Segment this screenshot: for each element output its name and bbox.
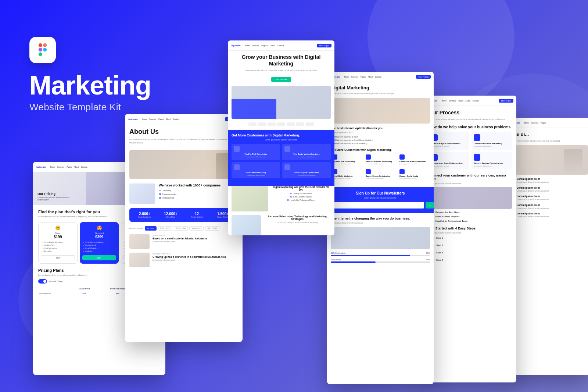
hero-nav: logipsum Home Services Pages V About Con… <box>228 40 334 51</box>
about-nav-home: Home <box>142 118 147 120</box>
partner-logo-7 <box>306 122 314 126</box>
progress-item-2: Social Media 45% <box>331 259 430 263</box>
best-item-3: 03 We have expertise in Email Marketing <box>331 142 430 145</box>
hero-service-icon-3 <box>234 164 240 170</box>
partner-logo-3 <box>268 122 276 126</box>
stat-item-customers: 2.000+ Trust Customer <box>133 212 156 218</box>
table-header-feature <box>38 286 69 291</box>
progress-label-text-2: Social Media <box>331 259 341 261</box>
process-num-item-3: 03 Handled by Professional Team <box>429 220 512 222</box>
step-item-3: 3 Step 3 <box>429 251 512 256</box>
hero-nav-cta[interactable]: Start Project <box>317 44 331 47</box>
digital-marketing-title: Digital Marketing <box>331 85 430 90</box>
price-feature-std-3: ✓ Email Marketing <box>82 247 116 249</box>
partial-image-person <box>564 149 582 175</box>
connect-image-overlay <box>429 187 512 209</box>
solve-card-title-2: Conversion Rate Marketing <box>474 142 510 145</box>
about-main-content: About Us Lorem ipsum dolor sit amet cons… <box>125 124 243 275</box>
hero-nav-pages: Pages V <box>261 44 268 47</box>
process-nav-cta[interactable]: Start Project <box>499 99 513 103</box>
process-nav-contact: Contact <box>472 100 478 102</box>
service-3col-4: Social Media Marketing Lorem ipsum dolor… <box>331 168 363 181</box>
worked-item-3: 03 Professional <box>159 197 220 199</box>
partial-nav-services: Services <box>531 122 538 124</box>
progress-label-1: SEO Optimization 80% <box>331 252 430 254</box>
services-nav-services: Services <box>351 76 358 78</box>
timeline-desc-1: Lorem ipsum dolor sit amet <box>153 240 207 243</box>
price-feature-basic-4: ✓ Marketing <box>41 250 75 252</box>
newsletter-submit-button[interactable]: → <box>426 202 434 209</box>
process-num-text-2: Build a Dream Projects <box>435 215 460 218</box>
about-screen: logipsum Home Services Pages About Conta… <box>125 114 243 342</box>
service-3col-title-3: Conversion Rate Optimization <box>399 160 429 163</box>
solve-card-title-1: Search Engine Optimization <box>431 142 467 145</box>
process-numbers: 01 Develop the Best Ideas 02 Build a Dre… <box>429 211 512 222</box>
results-item-3: 03 Handled by Professional Team <box>271 199 331 201</box>
stat-label-customers: Trust Customer <box>133 216 156 218</box>
results-text: Digital Marketing will give the Best Res… <box>271 186 331 211</box>
hero-service-title-3: Social Media Marketing <box>234 171 278 174</box>
partner-logo-4 <box>277 122 285 126</box>
service-3col-desc-2: Lorem ipsum dolor sit amet <box>366 163 395 165</box>
filter-2010[interactable]: 2010 - 2015 <box>189 226 204 231</box>
price-amount-standard: $399 <box>82 235 116 239</box>
partner-logo-6 <box>296 122 304 126</box>
hero-service-4: Search Engine Optimization Lorem ipsum d… <box>282 162 331 178</box>
process-main-content: Our Process Lorem ipsum dolor sit amet c… <box>424 106 516 269</box>
connect-title: Connect your customer with our services,… <box>429 174 512 181</box>
billing-toggle[interactable] <box>38 279 47 284</box>
solve-card-icon-4 <box>474 154 480 161</box>
about-nav-links: Home Services Pages About Contact <box>142 118 179 120</box>
hero-services-grid: Pay-Per-Click Advertising Lorem ipsum do… <box>232 144 331 178</box>
partial-item-4: 04 Lorem ipsum dolor Lorem ipsum dolor s… <box>511 204 588 210</box>
sales-title: Increase Sales using Technology and Mark… <box>264 215 331 220</box>
best-item-2: 02 We have expertise in Social Media Mar… <box>331 139 430 141</box>
filter-all[interactable]: All Years <box>145 226 156 231</box>
process-desc: Lorem ipsum dolor sit amet consectetur a… <box>429 118 512 121</box>
price-cta-basic[interactable]: Start <box>41 255 75 260</box>
about-nav-logo: logipsum <box>128 118 138 120</box>
partial-content-1: Lorem ipsum dolor Lorem ipsum dolor sit … <box>517 178 549 183</box>
worked-image <box>129 183 155 204</box>
sales-desc: Lorem ipsum dolor sit amet consectetur a… <box>264 221 331 224</box>
connect-section: Connect your customer with our services,… <box>429 174 512 222</box>
filter-2005[interactable]: 2005 - 2010 <box>174 226 188 231</box>
newsletter-input[interactable] <box>327 202 424 209</box>
filter-2000[interactable]: 2000 - 2005 <box>158 226 172 231</box>
step-text-2: Step 2 <box>436 243 443 246</box>
services-nav-links: Home Services Pages About Contact <box>344 76 381 78</box>
filter-2015[interactable]: 2015 - 2020 <box>205 226 219 231</box>
hero-service-icon-1 <box>234 146 240 152</box>
worked-text: We have worked with 1000+ companies 01 C… <box>159 183 220 200</box>
stat-num-files: 12.000+ <box>159 212 182 216</box>
partial-screen: logipsum Home Services Pages The di... L… <box>507 118 588 375</box>
newsletter-section: Sign Up for Our Newsletters Lorem ipsum … <box>327 187 434 213</box>
process-nav-links: Home Services Pages About Contact <box>442 100 479 102</box>
service-3col-1: Pay-Per-Click Advertising Lorem ipsum do… <box>331 153 363 166</box>
solve-card-icon-2 <box>474 134 480 141</box>
partial-main-content: The di... Lorem ipsum dolor sit amet con… <box>507 128 588 225</box>
hero-desc: Lorem ipsum dolor sit amet consectetur a… <box>232 69 331 72</box>
timeline-item-2: November 20th 2019 • Growing up has 5 br… <box>129 253 238 267</box>
hero-nav-links: Home Services Pages V About Contact <box>245 44 284 47</box>
brand-subtitle: Website Template Kit <box>29 101 151 113</box>
hero-cta-button[interactable]: Get Started <box>271 77 291 82</box>
hero-nav-services: Services <box>252 44 259 47</box>
step-text-3: Step 3 <box>436 251 443 254</box>
price-cta-standard[interactable]: Start <box>82 255 116 260</box>
partial-item-3: 03 Lorem ipsum dolor Lorem ipsum dolor s… <box>511 195 588 201</box>
services-nav-cta[interactable]: Start Project <box>416 75 431 79</box>
hero-tagline: Grow your Business with Digital Marketin… <box>232 54 331 67</box>
process-nav-home: Home <box>442 100 447 102</box>
service-3col-5: Search Engine Optimization Lorem ipsum d… <box>364 168 396 181</box>
about-nav-about: About <box>166 118 171 120</box>
step-text-4: Step 4 <box>436 258 443 261</box>
service-3col-3: Conversion Rate Optimization Lorem ipsum… <box>398 153 430 166</box>
price-emoji-standard: 😍 <box>82 225 116 231</box>
timeline-item-1: June 20th 2000 • Based on a small scale … <box>129 234 238 249</box>
svg-rect-2 <box>39 48 42 51</box>
service-3col-desc-3: Lorem ipsum dolor sit amet <box>399 163 429 165</box>
progress-label-text-1: SEO Optimization <box>331 252 345 254</box>
partner-logo-5 <box>287 122 295 126</box>
solve-card-desc-1: Lorem ipsum dolor sit amet <box>431 145 467 147</box>
